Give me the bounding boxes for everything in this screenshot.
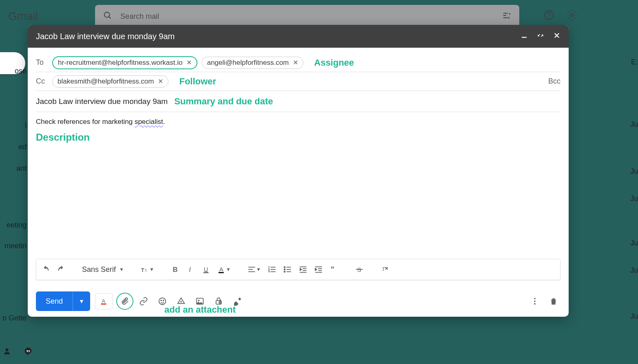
- fullscreen-exit-icon[interactable]: [537, 32, 544, 41]
- right-item: Ju: [622, 110, 638, 139]
- align-icon[interactable]: ▼: [247, 265, 261, 274]
- discard-icon[interactable]: [547, 294, 560, 308]
- bold-icon[interactable]: B: [171, 265, 179, 274]
- svg-point-50: [163, 300, 164, 301]
- right-item: Ju: [622, 256, 638, 285]
- person-icon[interactable]: [2, 347, 11, 358]
- sidebar-item: o Gette: [0, 312, 27, 324]
- svg-text:I: I: [189, 266, 191, 273]
- send-options-icon[interactable]: ▼: [73, 298, 90, 304]
- svg-rect-16: [218, 272, 224, 273]
- font-size-icon[interactable]: TT▼: [140, 265, 154, 274]
- to-chip[interactable]: angeli@helpforfitness.com ✕: [202, 57, 303, 69]
- svg-point-56: [534, 298, 536, 300]
- to-chip[interactable]: hr-recruitment@helpforfitness.workast.io…: [52, 56, 197, 69]
- svg-text:A: A: [219, 266, 223, 273]
- annotation-follower: Follower: [179, 76, 216, 87]
- svg-point-49: [161, 300, 162, 301]
- annotation-description: Description: [36, 132, 560, 143]
- sidebar-item: meetin: [0, 240, 27, 252]
- send-button[interactable]: Send ▼: [36, 291, 90, 311]
- svg-point-53: [198, 300, 199, 301]
- chevron-down-icon: ▼: [119, 267, 124, 272]
- svg-point-5: [5, 349, 8, 351]
- attach-icon[interactable]: [118, 294, 132, 308]
- annotation-assignee: Assignee: [314, 57, 354, 68]
- cc-field[interactable]: Cc blakesmith@helpforfitness.com ✕ Follo…: [36, 72, 560, 91]
- subject-text: Jacob Law interview due monday 9am: [36, 97, 168, 106]
- svg-text:U: U: [204, 266, 208, 273]
- chip-email: angeli@helpforfitness.com: [207, 59, 289, 67]
- hangouts-icon[interactable]: [24, 347, 33, 358]
- svg-text:T: T: [145, 269, 147, 273]
- message-body[interactable]: Check references for marketing specialis…: [36, 112, 560, 259]
- compose-title-bar: Jacob Law interview due monday 9am: [28, 25, 569, 48]
- remove-format-icon[interactable]: T: [380, 265, 389, 274]
- link-icon[interactable]: [137, 294, 151, 308]
- right-item: E:: [622, 47, 638, 77]
- to-field[interactable]: To hr-recruitment@helpforfitness.workast…: [36, 53, 560, 72]
- sidebar-item: ant: [0, 163, 27, 174]
- svg-point-57: [534, 300, 536, 302]
- annotation-summary: Summary and due date: [174, 96, 273, 107]
- remove-chip-icon[interactable]: ✕: [186, 59, 192, 66]
- right-item: Ju: [622, 184, 638, 214]
- numbered-list-icon[interactable]: 123: [268, 265, 277, 274]
- right-item: Ju: [622, 228, 638, 258]
- compose-bottom-bar: Send ▼ A: [36, 291, 560, 311]
- text-color-option-icon[interactable]: A: [95, 293, 113, 309]
- subject-field[interactable]: Jacob Law interview due monday 9am Summa…: [36, 91, 560, 112]
- svg-point-26: [284, 267, 285, 268]
- svg-point-58: [534, 303, 536, 305]
- to-label: To: [36, 58, 52, 67]
- text-color-icon[interactable]: A▼: [217, 265, 231, 274]
- chip-email: blakesmith@helpforfitness.com: [58, 77, 154, 86]
- sidebar-item: ed: [0, 141, 27, 153]
- right-item: Ju: [622, 157, 638, 186]
- svg-point-51: [181, 301, 182, 302]
- svg-text:": ": [330, 265, 334, 274]
- strikethrough-icon[interactable]: S: [355, 265, 364, 274]
- compose-title: Jacob Law interview due monday 9am: [36, 32, 521, 41]
- indent-less-icon[interactable]: [299, 265, 308, 274]
- minimize-icon[interactable]: [521, 32, 528, 41]
- svg-point-28: [284, 269, 285, 270]
- svg-text:T: T: [381, 266, 385, 272]
- remove-chip-icon[interactable]: ✕: [158, 77, 163, 85]
- font-select[interactable]: Sans Serif ▼: [82, 265, 124, 274]
- undo-icon[interactable]: [41, 265, 50, 274]
- cc-label: Cc: [36, 77, 52, 86]
- cc-chip[interactable]: blakesmith@helpforfitness.com ✕: [52, 75, 168, 88]
- right-item: Ju: [622, 302, 638, 331]
- more-options-icon[interactable]: [528, 294, 542, 308]
- svg-text:A: A: [102, 298, 105, 304]
- chip-email: hr-recruitment@helpforfitness.workast.io: [58, 59, 182, 67]
- italic-icon[interactable]: I: [186, 265, 195, 274]
- svg-text:B: B: [173, 266, 177, 273]
- svg-text:T: T: [141, 267, 144, 273]
- redo-icon[interactable]: [57, 265, 66, 274]
- svg-point-30: [284, 271, 285, 272]
- compose-text: ose: [0, 65, 27, 77]
- indent-more-icon[interactable]: [314, 265, 323, 274]
- sidebar-item: l: [0, 119, 27, 131]
- formatting-toolbar: Sans Serif ▼ TT▼ B I U A▼ ▼ 123 " S T: [36, 259, 560, 280]
- svg-rect-47: [101, 304, 106, 305]
- remove-chip-icon[interactable]: ✕: [293, 59, 298, 66]
- sidebar-item: eeting: [0, 219, 27, 231]
- close-icon[interactable]: [553, 32, 560, 41]
- svg-text:3: 3: [268, 270, 269, 273]
- underline-icon[interactable]: U: [202, 265, 210, 274]
- annotation-attachment: add an attachent: [164, 304, 236, 315]
- svg-point-48: [159, 298, 166, 305]
- message-text: Check references for marketing specialis…: [36, 118, 560, 126]
- quote-icon[interactable]: ": [330, 265, 339, 274]
- bcc-link[interactable]: Bcc: [548, 77, 560, 86]
- bullet-list-icon[interactable]: [283, 265, 292, 274]
- compose-window: Jacob Law interview due monday 9am To hr…: [28, 25, 569, 317]
